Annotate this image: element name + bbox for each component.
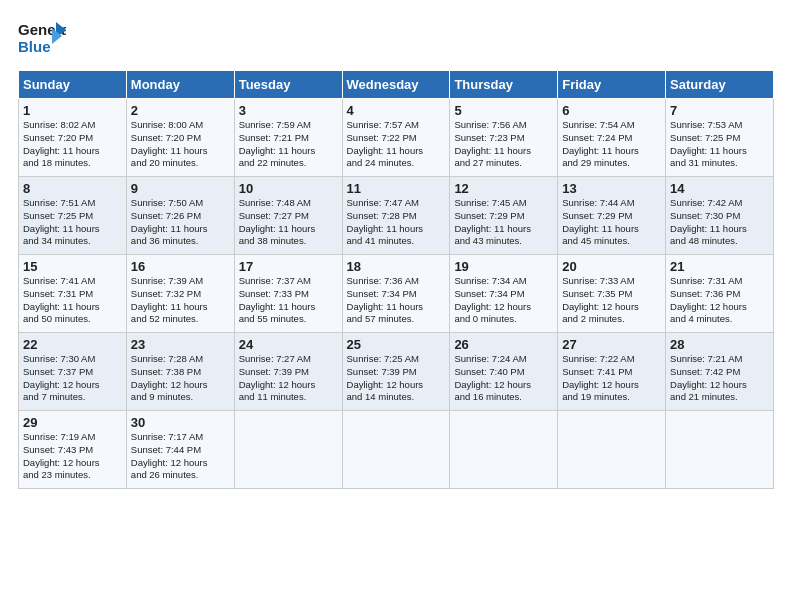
calendar-header-row: SundayMondayTuesdayWednesdayThursdayFrid… <box>19 71 774 99</box>
day-number: 19 <box>454 259 553 274</box>
calendar-day-header: Wednesday <box>342 71 450 99</box>
day-info: Sunrise: 7:48 AM Sunset: 7:27 PM Dayligh… <box>239 197 338 248</box>
calendar-cell: 27Sunrise: 7:22 AM Sunset: 7:41 PM Dayli… <box>558 333 666 411</box>
day-number: 22 <box>23 337 122 352</box>
day-info: Sunrise: 7:31 AM Sunset: 7:36 PM Dayligh… <box>670 275 769 326</box>
day-number: 3 <box>239 103 338 118</box>
day-info: Sunrise: 7:34 AM Sunset: 7:34 PM Dayligh… <box>454 275 553 326</box>
day-info: Sunrise: 7:57 AM Sunset: 7:22 PM Dayligh… <box>347 119 446 170</box>
logo: GeneralBlue <box>18 18 66 60</box>
calendar-cell: 23Sunrise: 7:28 AM Sunset: 7:38 PM Dayli… <box>126 333 234 411</box>
day-number: 14 <box>670 181 769 196</box>
day-info: Sunrise: 8:02 AM Sunset: 7:20 PM Dayligh… <box>23 119 122 170</box>
calendar-cell: 13Sunrise: 7:44 AM Sunset: 7:29 PM Dayli… <box>558 177 666 255</box>
day-number: 2 <box>131 103 230 118</box>
day-info: Sunrise: 7:44 AM Sunset: 7:29 PM Dayligh… <box>562 197 661 248</box>
day-number: 10 <box>239 181 338 196</box>
day-number: 17 <box>239 259 338 274</box>
day-info: Sunrise: 7:59 AM Sunset: 7:21 PM Dayligh… <box>239 119 338 170</box>
calendar-week-row: 22Sunrise: 7:30 AM Sunset: 7:37 PM Dayli… <box>19 333 774 411</box>
day-number: 29 <box>23 415 122 430</box>
calendar-cell: 30Sunrise: 7:17 AM Sunset: 7:44 PM Dayli… <box>126 411 234 489</box>
calendar-cell <box>450 411 558 489</box>
day-info: Sunrise: 7:36 AM Sunset: 7:34 PM Dayligh… <box>347 275 446 326</box>
day-info: Sunrise: 7:42 AM Sunset: 7:30 PM Dayligh… <box>670 197 769 248</box>
day-number: 24 <box>239 337 338 352</box>
day-number: 12 <box>454 181 553 196</box>
calendar-week-row: 29Sunrise: 7:19 AM Sunset: 7:43 PM Dayli… <box>19 411 774 489</box>
day-info: Sunrise: 7:51 AM Sunset: 7:25 PM Dayligh… <box>23 197 122 248</box>
calendar-cell: 26Sunrise: 7:24 AM Sunset: 7:40 PM Dayli… <box>450 333 558 411</box>
logo-svg: GeneralBlue <box>18 18 66 60</box>
day-info: Sunrise: 7:17 AM Sunset: 7:44 PM Dayligh… <box>131 431 230 482</box>
calendar-week-row: 8Sunrise: 7:51 AM Sunset: 7:25 PM Daylig… <box>19 177 774 255</box>
day-info: Sunrise: 7:54 AM Sunset: 7:24 PM Dayligh… <box>562 119 661 170</box>
day-number: 27 <box>562 337 661 352</box>
day-number: 7 <box>670 103 769 118</box>
day-info: Sunrise: 7:33 AM Sunset: 7:35 PM Dayligh… <box>562 275 661 326</box>
calendar-cell <box>558 411 666 489</box>
day-number: 30 <box>131 415 230 430</box>
calendar-day-header: Thursday <box>450 71 558 99</box>
calendar-week-row: 1Sunrise: 8:02 AM Sunset: 7:20 PM Daylig… <box>19 99 774 177</box>
day-number: 25 <box>347 337 446 352</box>
calendar-cell: 20Sunrise: 7:33 AM Sunset: 7:35 PM Dayli… <box>558 255 666 333</box>
day-number: 1 <box>23 103 122 118</box>
calendar-cell: 28Sunrise: 7:21 AM Sunset: 7:42 PM Dayli… <box>666 333 774 411</box>
calendar-cell: 19Sunrise: 7:34 AM Sunset: 7:34 PM Dayli… <box>450 255 558 333</box>
calendar-table: SundayMondayTuesdayWednesdayThursdayFrid… <box>18 70 774 489</box>
calendar-cell: 14Sunrise: 7:42 AM Sunset: 7:30 PM Dayli… <box>666 177 774 255</box>
calendar-cell: 8Sunrise: 7:51 AM Sunset: 7:25 PM Daylig… <box>19 177 127 255</box>
day-info: Sunrise: 7:41 AM Sunset: 7:31 PM Dayligh… <box>23 275 122 326</box>
calendar-day-header: Tuesday <box>234 71 342 99</box>
day-info: Sunrise: 7:28 AM Sunset: 7:38 PM Dayligh… <box>131 353 230 404</box>
svg-text:Blue: Blue <box>18 38 51 55</box>
day-number: 9 <box>131 181 230 196</box>
day-number: 13 <box>562 181 661 196</box>
day-info: Sunrise: 7:50 AM Sunset: 7:26 PM Dayligh… <box>131 197 230 248</box>
calendar-cell: 7Sunrise: 7:53 AM Sunset: 7:25 PM Daylig… <box>666 99 774 177</box>
day-number: 4 <box>347 103 446 118</box>
calendar-cell: 22Sunrise: 7:30 AM Sunset: 7:37 PM Dayli… <box>19 333 127 411</box>
day-info: Sunrise: 7:45 AM Sunset: 7:29 PM Dayligh… <box>454 197 553 248</box>
calendar-cell: 4Sunrise: 7:57 AM Sunset: 7:22 PM Daylig… <box>342 99 450 177</box>
day-info: Sunrise: 7:56 AM Sunset: 7:23 PM Dayligh… <box>454 119 553 170</box>
calendar-cell: 5Sunrise: 7:56 AM Sunset: 7:23 PM Daylig… <box>450 99 558 177</box>
day-info: Sunrise: 8:00 AM Sunset: 7:20 PM Dayligh… <box>131 119 230 170</box>
day-info: Sunrise: 7:39 AM Sunset: 7:32 PM Dayligh… <box>131 275 230 326</box>
calendar-day-header: Saturday <box>666 71 774 99</box>
calendar-cell: 10Sunrise: 7:48 AM Sunset: 7:27 PM Dayli… <box>234 177 342 255</box>
day-info: Sunrise: 7:47 AM Sunset: 7:28 PM Dayligh… <box>347 197 446 248</box>
calendar-cell: 29Sunrise: 7:19 AM Sunset: 7:43 PM Dayli… <box>19 411 127 489</box>
calendar-cell: 18Sunrise: 7:36 AM Sunset: 7:34 PM Dayli… <box>342 255 450 333</box>
calendar-cell: 6Sunrise: 7:54 AM Sunset: 7:24 PM Daylig… <box>558 99 666 177</box>
calendar-cell: 21Sunrise: 7:31 AM Sunset: 7:36 PM Dayli… <box>666 255 774 333</box>
day-info: Sunrise: 7:19 AM Sunset: 7:43 PM Dayligh… <box>23 431 122 482</box>
day-number: 6 <box>562 103 661 118</box>
calendar-cell: 3Sunrise: 7:59 AM Sunset: 7:21 PM Daylig… <box>234 99 342 177</box>
day-info: Sunrise: 7:30 AM Sunset: 7:37 PM Dayligh… <box>23 353 122 404</box>
calendar-cell: 1Sunrise: 8:02 AM Sunset: 7:20 PM Daylig… <box>19 99 127 177</box>
calendar-cell: 24Sunrise: 7:27 AM Sunset: 7:39 PM Dayli… <box>234 333 342 411</box>
calendar-cell: 25Sunrise: 7:25 AM Sunset: 7:39 PM Dayli… <box>342 333 450 411</box>
day-info: Sunrise: 7:22 AM Sunset: 7:41 PM Dayligh… <box>562 353 661 404</box>
day-number: 23 <box>131 337 230 352</box>
day-number: 21 <box>670 259 769 274</box>
day-number: 8 <box>23 181 122 196</box>
day-number: 15 <box>23 259 122 274</box>
day-number: 16 <box>131 259 230 274</box>
header: GeneralBlue <box>18 18 774 60</box>
page: GeneralBlue SundayMondayTuesdayWednesday… <box>0 0 792 499</box>
calendar-cell: 16Sunrise: 7:39 AM Sunset: 7:32 PM Dayli… <box>126 255 234 333</box>
day-number: 18 <box>347 259 446 274</box>
calendar-cell: 17Sunrise: 7:37 AM Sunset: 7:33 PM Dayli… <box>234 255 342 333</box>
day-info: Sunrise: 7:37 AM Sunset: 7:33 PM Dayligh… <box>239 275 338 326</box>
calendar-week-row: 15Sunrise: 7:41 AM Sunset: 7:31 PM Dayli… <box>19 255 774 333</box>
day-info: Sunrise: 7:24 AM Sunset: 7:40 PM Dayligh… <box>454 353 553 404</box>
day-info: Sunrise: 7:25 AM Sunset: 7:39 PM Dayligh… <box>347 353 446 404</box>
calendar-cell: 2Sunrise: 8:00 AM Sunset: 7:20 PM Daylig… <box>126 99 234 177</box>
day-number: 20 <box>562 259 661 274</box>
calendar-cell: 15Sunrise: 7:41 AM Sunset: 7:31 PM Dayli… <box>19 255 127 333</box>
day-info: Sunrise: 7:27 AM Sunset: 7:39 PM Dayligh… <box>239 353 338 404</box>
day-info: Sunrise: 7:21 AM Sunset: 7:42 PM Dayligh… <box>670 353 769 404</box>
